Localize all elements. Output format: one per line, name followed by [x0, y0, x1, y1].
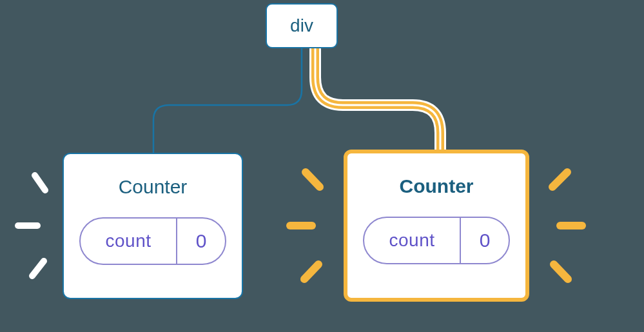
svg-line-6	[552, 172, 567, 187]
svg-line-8	[554, 264, 568, 279]
counter-left-badge-value: 0	[176, 219, 225, 264]
connector-right-outer-white	[315, 48, 440, 150]
counter-card-left: Counter count 0	[63, 153, 243, 299]
connector-left	[153, 48, 302, 153]
sparks-left	[18, 175, 45, 276]
root-div-node: div	[266, 3, 338, 48]
counter-left-badge: count 0	[79, 217, 226, 265]
sparks-right-leftside	[290, 172, 320, 279]
counter-card-right: Counter count 0	[344, 150, 529, 302]
counter-right-badge-label: count	[364, 218, 460, 263]
counter-right-title: Counter	[400, 175, 474, 197]
svg-line-0	[35, 175, 45, 190]
counter-left-title: Counter	[119, 176, 188, 198]
svg-line-5	[304, 264, 318, 279]
counter-left-badge-label: count	[81, 219, 176, 264]
svg-line-2	[32, 261, 44, 276]
sparks-right-rightside	[552, 172, 582, 279]
root-label: div	[290, 15, 313, 36]
counter-right-badge-value: 0	[460, 218, 509, 263]
counter-right-badge: count 0	[363, 217, 510, 264]
svg-line-3	[306, 172, 320, 187]
